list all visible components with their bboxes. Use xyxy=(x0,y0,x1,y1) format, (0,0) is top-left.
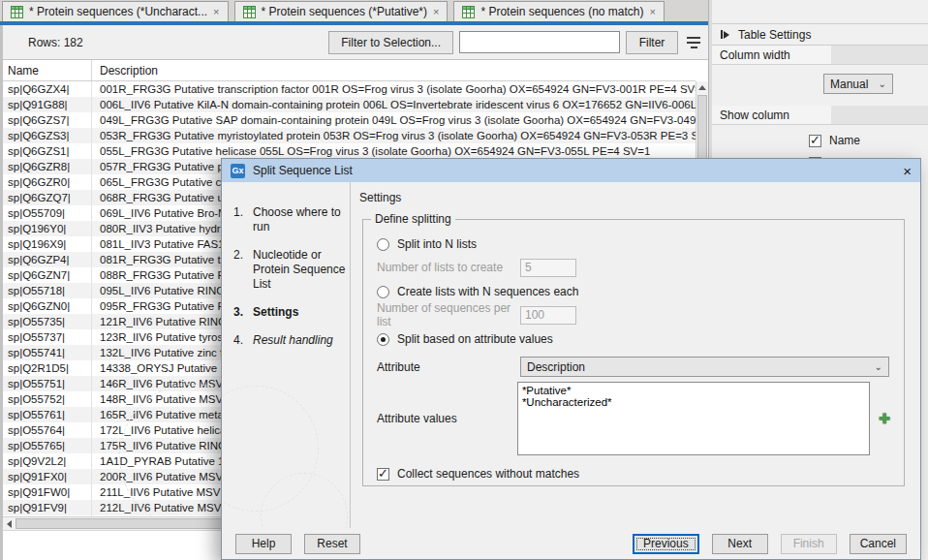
reset-button[interactable]: Reset xyxy=(304,534,360,554)
description-cell: 123R_IIV6 Putative tyros xyxy=(92,331,223,343)
panel-title: Settings xyxy=(359,191,911,204)
description-cell: 055L_FRG3G Putative helicase 055L OS=Fro… xyxy=(92,145,650,157)
scroll-left-arrow-icon[interactable] xyxy=(3,517,15,530)
attribute-label: Attribute xyxy=(377,360,520,374)
tab-bar: * Protein sequences (*Uncharact... × * P… xyxy=(0,0,712,21)
radio-button[interactable] xyxy=(377,333,389,346)
step-label: Nucleotide or Protein Sequence List xyxy=(253,248,346,292)
checkbox-label: Name xyxy=(829,134,860,147)
name-cell: sp|Q2R1D5| xyxy=(3,360,92,376)
radio-button[interactable] xyxy=(377,238,389,251)
step-number: 1. xyxy=(233,205,247,234)
column-width-section-header[interactable]: Column width xyxy=(712,46,928,65)
tab-close-icon[interactable]: × xyxy=(650,7,656,17)
wizard-steps-nav: 1. Choose where to run 2. Nucleotide or … xyxy=(222,182,351,528)
name-cell: sp|O55718| xyxy=(3,283,92,298)
name-cell: sp|Q6GZR0| xyxy=(3,174,92,190)
split-by-attribute-option[interactable]: Split based on attribute values xyxy=(377,329,890,349)
filter-button[interactable]: Filter xyxy=(626,31,678,54)
description-cell: 14338_ORYSJ Putative 1 xyxy=(92,362,227,374)
number-of-lists-input[interactable] xyxy=(520,259,576,277)
previous-button[interactable]: Previous xyxy=(633,534,699,554)
filter-search-input[interactable] xyxy=(459,31,620,53)
description-cell: 146R_IIV6 Putative MSV xyxy=(92,378,223,389)
step-number: 2. xyxy=(233,248,247,292)
name-cell: sp|O55735| xyxy=(3,314,92,329)
show-column-option[interactable]: Name xyxy=(809,134,928,147)
column-header-name[interactable]: Name xyxy=(3,60,92,80)
description-cell: 049L_FRG3G Putative SAP domain-containin… xyxy=(92,114,696,126)
table-row[interactable]: sp|Q6GZS1| 055L_FRG3G Putative helicase … xyxy=(3,143,696,159)
filter-lines-icon[interactable] xyxy=(684,33,703,52)
attribute-row: Attribute Description ⌄ xyxy=(377,357,890,377)
number-of-lists-row: Number of lists to create xyxy=(377,256,890,279)
description-cell: 200R_IIV6 Putative MSV xyxy=(92,471,223,482)
show-column-section-header[interactable]: Show column xyxy=(712,106,928,125)
tab-close-icon[interactable]: × xyxy=(213,7,219,17)
table-row[interactable]: sp|Q6GZS7| 049L_FRG3G Putative SAP domai… xyxy=(3,112,696,128)
sequences-per-list-label: Number of sequences per list xyxy=(377,301,520,328)
description-cell: 068R_FRG3G Putative ur xyxy=(92,192,228,203)
column-header-description[interactable]: Description xyxy=(92,64,158,78)
name-cell: sp|O55764| xyxy=(3,422,92,438)
wizard-step: 3. Settings xyxy=(233,305,346,320)
description-cell: 095R_FRG3G Putative RA xyxy=(92,300,232,312)
wizard-step: 2. Nucleotide or Protein Sequence List xyxy=(233,248,346,292)
description-cell: 211L_IIV6 Putative MSV1 xyxy=(92,486,227,498)
finish-button[interactable]: Finish xyxy=(781,534,837,554)
collapse-panel-icon[interactable] xyxy=(721,30,729,39)
description-cell: 080R_IIV3 Putative hydr xyxy=(92,223,221,234)
name-cell: sp|Q196Y0| xyxy=(3,221,92,236)
step-number: 4. xyxy=(233,333,247,348)
description-cell: 175R_IIV6 Putative RING xyxy=(92,440,227,451)
step-label: Result handling xyxy=(253,333,333,348)
table-row[interactable]: sp|Q91G88| 006L_IIV6 Putative KilA-N dom… xyxy=(3,97,696,112)
name-cell: sp|Q6GZR8| xyxy=(3,159,92,174)
attribute-values-textarea[interactable]: *Putative* *Uncharacterized* xyxy=(517,382,870,455)
next-button[interactable]: Next xyxy=(712,534,768,554)
view-tab[interactable]: * Protein sequences (*Uncharact... × xyxy=(2,1,229,21)
workbench-app-icon: Gx xyxy=(231,164,245,178)
description-cell: 081R_FRG3G Putative tr xyxy=(92,254,224,265)
radio-label: Split into N lists xyxy=(397,237,477,251)
view-tab[interactable]: * Protein sequences (no match) × xyxy=(453,1,665,21)
name-cell: sp|O55741| xyxy=(3,345,92,360)
radio-label: Create lists with N sequences each xyxy=(397,285,578,298)
attribute-values-label: Attribute values xyxy=(377,412,517,425)
sequences-per-list-input[interactable] xyxy=(520,306,576,325)
name-cell: sp|O55709| xyxy=(3,205,92,221)
description-cell: 172L_IIV6 Putative helica xyxy=(92,424,226,436)
step-label: Choose where to run xyxy=(253,205,346,234)
name-cell: sp|Q9V2L2| xyxy=(3,453,92,469)
dialog-titlebar[interactable]: Gx Split Sequence List × xyxy=(222,159,920,182)
radio-button[interactable] xyxy=(377,286,389,298)
name-cell: sp|Q6GZN7| xyxy=(3,267,92,283)
view-tab[interactable]: * Protein sequences (*Putative*) × xyxy=(234,1,449,21)
split-into-n-lists-option[interactable]: Split into N lists xyxy=(377,234,890,254)
lists-with-n-sequences-option[interactable]: Create lists with N sequences each xyxy=(377,282,890,301)
description-cell: 148R_IIV6 Putative MSV xyxy=(92,393,223,405)
help-button[interactable]: Help xyxy=(235,534,292,554)
group-title: Define splitting xyxy=(371,212,455,226)
add-value-plus-icon[interactable]: ✚ xyxy=(879,411,890,426)
name-cell: sp|Q91FV9| xyxy=(3,500,92,515)
row-count-label: Rows: 182 xyxy=(28,36,83,49)
dialog-close-icon[interactable]: × xyxy=(903,164,912,178)
column-width-select[interactable]: Manual ⌄ xyxy=(823,74,893,94)
tab-close-icon[interactable]: × xyxy=(433,7,439,17)
scroll-up-arrow-icon[interactable] xyxy=(696,81,708,94)
filter-to-selection-button[interactable]: Filter to Selection... xyxy=(328,31,453,54)
column-width-value: Manual xyxy=(830,78,868,91)
name-cell: sp|Q6GZX4| xyxy=(3,81,92,97)
name-cell: sp|Q6GZP4| xyxy=(3,252,92,267)
cancel-button[interactable]: Cancel xyxy=(850,534,907,554)
table-row[interactable]: sp|Q6GZX4| 001R_FRG3G Putative transcrip… xyxy=(3,81,696,97)
checkbox[interactable] xyxy=(809,135,821,147)
checkbox[interactable] xyxy=(377,468,389,481)
collect-without-matches-option[interactable]: Collect sequences without matches xyxy=(377,467,890,481)
description-cell: 1A1D_PYRAB Putative 1- xyxy=(92,455,228,467)
attribute-select[interactable]: Description ⌄ xyxy=(520,357,889,377)
sequences-per-list-row: Number of sequences per list xyxy=(377,303,890,327)
table-row[interactable]: sp|Q6GZS3| 053R_FRG3G Putative myristoyl… xyxy=(3,128,696,143)
name-cell: sp|Q91FW0| xyxy=(3,484,92,500)
